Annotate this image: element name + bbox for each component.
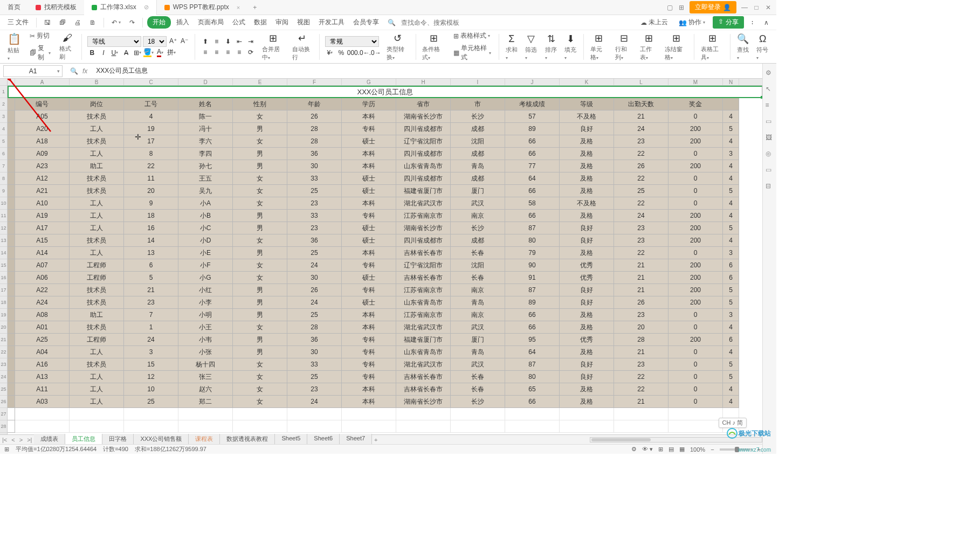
table-cell[interactable]: 21 [124, 284, 178, 296]
table-cell[interactable]: 专科 [342, 259, 396, 272]
table-cell[interactable]: 男 [233, 222, 287, 234]
table-cell[interactable]: 23 [614, 309, 668, 321]
side-book-icon[interactable]: ▭ [766, 166, 774, 175]
table-cell[interactable]: 12 [124, 371, 178, 383]
table-cell[interactable]: 0 [668, 383, 723, 396]
table-cell[interactable]: A15 [15, 234, 70, 247]
table-cell[interactable]: 25 [287, 247, 342, 259]
table-cell[interactable]: 小红 [178, 284, 233, 296]
table-cell[interactable]: 湖南省长沙市 [396, 110, 451, 123]
table-header-cell[interactable]: 奖金 [668, 98, 723, 110]
table-cell[interactable]: 硕士 [342, 296, 396, 309]
table-cell[interactable]: 赵六 [178, 383, 233, 396]
table-cell[interactable]: 66 [505, 309, 560, 321]
search-input[interactable] [401, 19, 466, 26]
table-cell[interactable]: 工人 [70, 346, 124, 358]
table-cell[interactable]: A07 [15, 259, 70, 272]
qr-icon[interactable]: ▢ [666, 4, 673, 11]
table-cell[interactable]: 20 [124, 185, 178, 197]
table-cell[interactable]: 19 [124, 123, 178, 135]
table-cell[interactable]: 10 [124, 383, 178, 396]
table-cell[interactable]: 工人 [70, 123, 124, 135]
col-header[interactable]: H [396, 79, 451, 85]
table-cell[interactable]: 23 [287, 383, 342, 396]
table-cell[interactable]: 5 [723, 358, 739, 371]
table-cell[interactable]: 77 [505, 160, 560, 172]
table-cell[interactable]: A23 [15, 160, 70, 172]
fill-button[interactable]: ⬇填充▾ [561, 32, 580, 61]
table-cell[interactable]: 30 [287, 160, 342, 172]
table-cell[interactable]: 沈阳 [451, 259, 505, 272]
table-cell[interactable]: 200 [668, 284, 723, 296]
table-cell[interactable]: 吉林省长春市 [396, 247, 451, 259]
table-cell[interactable]: 33 [287, 210, 342, 222]
side-select-icon[interactable]: ↖ [766, 85, 774, 94]
phonetic[interactable]: 拼▾ [167, 48, 176, 58]
table-cell[interactable]: 陈一 [178, 110, 233, 123]
table-cell[interactable]: 长春 [451, 383, 505, 396]
table-cell[interactable]: 36 [287, 234, 342, 247]
minimize-icon[interactable]: — [741, 4, 748, 11]
copy-button[interactable]: 🗐 复制▾ [27, 43, 53, 63]
table-cell[interactable]: A11 [15, 383, 70, 396]
table-cell[interactable]: 14 [124, 234, 178, 247]
orientation[interactable]: ⟳ [246, 47, 256, 57]
table-cell[interactable]: A04 [15, 346, 70, 358]
table-cell[interactable]: 28 [287, 135, 342, 148]
table-cell[interactable]: 江苏省南京市 [396, 309, 451, 321]
table-cell[interactable]: 0 [668, 358, 723, 371]
close-icon[interactable]: ✕ [764, 4, 772, 11]
table-cell[interactable]: A05 [15, 110, 70, 123]
table-cell[interactable]: 4 [723, 110, 739, 123]
table-cell[interactable]: 及格 [560, 396, 614, 408]
menu-formula[interactable]: 公式 [229, 16, 249, 29]
table-cell[interactable]: 0 [668, 148, 723, 160]
menu-dev[interactable]: 开发工具 [315, 16, 348, 29]
inc-decimal[interactable]: .0← [359, 48, 369, 58]
format-painter[interactable]: 🖌格式刷 [56, 31, 78, 62]
row-header[interactable]: 9 [0, 185, 7, 197]
table-cell[interactable]: 89 [505, 296, 560, 309]
table-cell[interactable]: 80 [505, 371, 560, 383]
table-cell[interactable]: 3 [723, 309, 739, 321]
table-cell[interactable]: 男 [233, 123, 287, 135]
table-cell[interactable]: 22 [614, 148, 668, 160]
align-bottom[interactable]: ⬇ [223, 37, 233, 46]
table-cell[interactable]: 优秀 [560, 272, 614, 284]
table-cell[interactable]: A21 [15, 185, 70, 197]
qat-cut[interactable]: 🗎 [86, 17, 99, 28]
table-cell[interactable]: 优秀 [560, 259, 614, 272]
table-cell[interactable]: 技术员 [70, 358, 124, 371]
col-header[interactable]: I [451, 79, 505, 85]
table-cell[interactable]: 硕士 [342, 172, 396, 185]
table-cell[interactable]: 工人 [70, 222, 124, 234]
table-cell[interactable]: 及格 [560, 383, 614, 396]
table-cell[interactable]: 22 [124, 160, 178, 172]
row-header[interactable]: 13 [0, 234, 7, 247]
table-cell[interactable]: 女 [233, 383, 287, 396]
table-cell[interactable]: 小C [178, 222, 233, 234]
table-cell[interactable]: 辽宁省沈阳市 [396, 135, 451, 148]
table-cell[interactable]: 23 [287, 222, 342, 234]
table-cell[interactable]: 技术员 [70, 135, 124, 148]
table-cell[interactable]: 专科 [342, 284, 396, 296]
side-style-icon[interactable]: ≡ [766, 101, 774, 110]
table-cell[interactable]: 良好 [560, 296, 614, 309]
table-cell[interactable]: 及格 [560, 309, 614, 321]
table-header-cell[interactable]: 编号 [15, 98, 70, 110]
table-cell[interactable]: 66 [505, 148, 560, 160]
table-cell[interactable]: 11 [124, 172, 178, 185]
table-cell[interactable]: 工人 [70, 148, 124, 160]
tab-templates[interactable]: 找稻壳模板 [28, 0, 84, 15]
row-header[interactable]: 3 [0, 110, 7, 123]
table-cell[interactable]: 湖北省武汉市 [396, 321, 451, 334]
table-cell[interactable]: 66 [505, 396, 560, 408]
symbol-button[interactable]: Ω符号▾ [753, 32, 772, 61]
table-header-cell[interactable]: 姓名 [178, 98, 233, 110]
table-cell[interactable]: 青岛 [451, 160, 505, 172]
table-cell[interactable]: 23 [614, 135, 668, 148]
table-cell[interactable]: A25 [15, 334, 70, 346]
table-cell[interactable]: 6 [723, 272, 739, 284]
qat-print[interactable]: 🗊 [56, 17, 69, 28]
qat-undo[interactable]: ↶ ▾ [108, 17, 124, 28]
